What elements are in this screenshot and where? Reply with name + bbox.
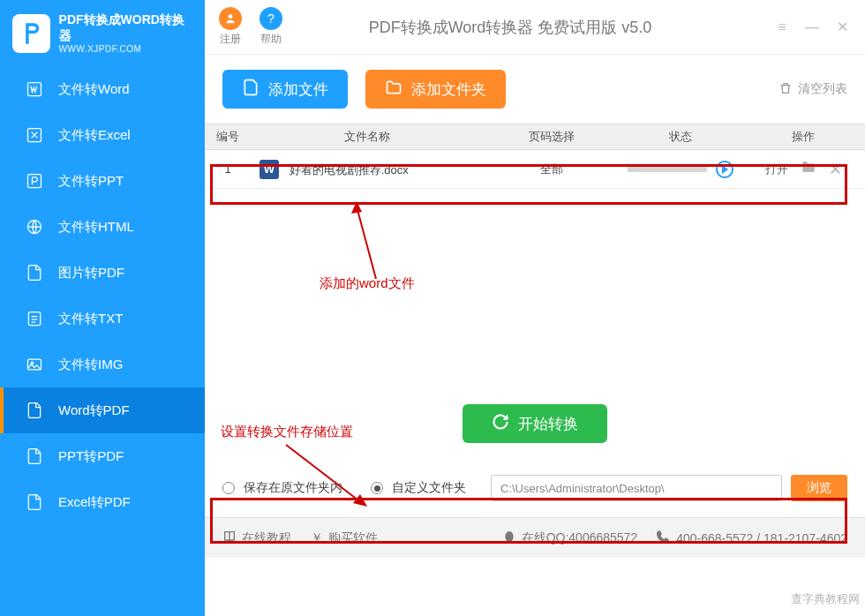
label-custom-folder: 自定义文件夹 bbox=[392, 480, 466, 496]
col-operation: 操作 bbox=[741, 129, 865, 145]
row-number: 1 bbox=[205, 162, 251, 176]
nav-label: 文件转Excel bbox=[58, 127, 131, 144]
logo-title: PDF转换成WORD转换器 bbox=[59, 12, 192, 44]
radio-same-folder[interactable] bbox=[222, 482, 235, 494]
play-icon[interactable] bbox=[716, 161, 733, 178]
nav-file-to-txt[interactable]: 文件转TXT bbox=[0, 296, 205, 342]
nav-list: 文件转Word 文件转Excel 文件转PPT 文件转HTML 图片转PDF 文… bbox=[0, 66, 205, 616]
path-input[interactable]: C:\Users\Administrator\Desktop\ bbox=[491, 475, 782, 501]
nav-file-to-html[interactable]: 文件转HTML bbox=[0, 204, 205, 250]
label-same-folder: 保存在原文件夹内 bbox=[244, 480, 342, 496]
pdf-icon bbox=[25, 401, 44, 420]
tutorial-link[interactable]: 在线教程 bbox=[222, 530, 291, 546]
pdf-icon bbox=[25, 447, 44, 466]
table-row[interactable]: 1 W 好看的电视剧推荐.docx 全部 打开 ✕ bbox=[205, 150, 865, 189]
radio-custom-folder[interactable] bbox=[371, 482, 383, 494]
table-header: 编号 文件名称 页码选择 状态 操作 bbox=[205, 124, 865, 150]
row-status bbox=[620, 161, 741, 178]
svg-rect-2 bbox=[28, 175, 41, 188]
annotation-added-word: 添加的word文件 bbox=[320, 275, 415, 292]
register-button[interactable]: 注册 bbox=[219, 7, 242, 47]
folder-open-icon[interactable] bbox=[801, 159, 816, 179]
titlebar: 注册 ? 帮助 PDF转换成Word转换器 免费试用版 v5.0 ≡ — ✕ bbox=[205, 0, 865, 55]
app-title: PDF转换成Word转换器 免费试用版 v5.0 bbox=[300, 17, 773, 38]
browse-button[interactable]: 浏览 bbox=[791, 475, 847, 501]
toolbar: 添加文件 添加文件夹 清空列表 bbox=[205, 55, 865, 124]
col-status: 状态 bbox=[620, 129, 741, 145]
minimize-icon[interactable]: — bbox=[803, 19, 821, 36]
folder-icon bbox=[385, 79, 402, 101]
logo: PDF转换成WORD转换器 WWW.XJPDF.COM bbox=[0, 0, 205, 66]
nav-file-to-ppt[interactable]: 文件转PPT bbox=[0, 158, 205, 204]
footer: 在线教程 ￥ 购买软件 在线QQ:4006685572 400-668-5572… bbox=[205, 517, 865, 558]
txt-icon bbox=[25, 309, 44, 328]
annotation-set-location: 设置转换文件存储位置 bbox=[221, 424, 353, 440]
row-pages[interactable]: 全部 bbox=[484, 162, 620, 177]
nav-word-to-pdf[interactable]: Word转PDF bbox=[0, 387, 205, 433]
svg-point-7 bbox=[229, 14, 233, 19]
remove-icon[interactable]: ✕ bbox=[829, 160, 842, 179]
logo-url: WWW.XJPDF.COM bbox=[59, 44, 192, 54]
nav-label: 文件转HTML bbox=[58, 219, 134, 236]
nav-label: 图片转PDF bbox=[58, 265, 124, 282]
row-filename: 好看的电视剧推荐.docx bbox=[290, 162, 409, 176]
excel-icon bbox=[25, 125, 44, 145]
nav-label: 文件转TXT bbox=[58, 311, 123, 327]
main-panel: 注册 ? 帮助 PDF转换成Word转换器 免费试用版 v5.0 ≡ — ✕ 添… bbox=[205, 0, 865, 616]
nav-ppt-to-pdf[interactable]: PPT转PDF bbox=[0, 433, 205, 479]
ppt-icon bbox=[25, 171, 44, 191]
col-filename: 文件名称 bbox=[251, 129, 484, 145]
user-icon bbox=[219, 7, 242, 30]
qq-contact[interactable]: 在线QQ:4006685572 bbox=[502, 530, 638, 546]
settings-icon[interactable]: ≡ bbox=[773, 19, 791, 36]
img-icon bbox=[25, 355, 44, 374]
nav-label: 文件转Word bbox=[58, 81, 130, 98]
svg-point-8 bbox=[505, 531, 513, 542]
pdf-icon bbox=[25, 263, 44, 282]
yen-icon: ￥ bbox=[311, 530, 323, 546]
word-file-icon: W bbox=[260, 160, 279, 179]
nav-file-to-excel[interactable]: 文件转Excel bbox=[0, 112, 205, 158]
html-icon bbox=[25, 217, 44, 237]
book-icon bbox=[222, 530, 237, 546]
save-options: 保存在原文件夹内 自定义文件夹 C:\Users\Administrator\D… bbox=[205, 459, 865, 517]
nav-file-to-word[interactable]: 文件转Word bbox=[0, 66, 205, 112]
open-button[interactable]: 打开 bbox=[765, 162, 788, 177]
refresh-icon bbox=[492, 413, 509, 435]
help-icon: ? bbox=[260, 7, 282, 30]
progress-bar bbox=[628, 165, 707, 172]
watermark: 查字典教程网 bbox=[791, 591, 860, 607]
trash-icon bbox=[778, 81, 793, 98]
nav-label: 文件转PPT bbox=[58, 173, 124, 190]
svg-rect-4 bbox=[28, 312, 40, 326]
col-number: 编号 bbox=[205, 129, 251, 145]
qq-icon bbox=[502, 530, 516, 546]
start-convert-button[interactable]: 开始转换 bbox=[463, 404, 607, 443]
nav-excel-to-pdf[interactable]: Excel转PDF bbox=[0, 479, 205, 525]
table-body: 1 W 好看的电视剧推荐.docx 全部 打开 ✕ bbox=[205, 150, 865, 388]
add-folder-button[interactable]: 添加文件夹 bbox=[365, 70, 506, 109]
nav-label: PPT转PDF bbox=[58, 448, 124, 465]
file-icon bbox=[242, 79, 260, 101]
help-button[interactable]: ? 帮助 bbox=[260, 7, 282, 47]
word-icon bbox=[25, 79, 44, 99]
buy-link[interactable]: ￥ 购买软件 bbox=[311, 530, 378, 546]
nav-image-to-pdf[interactable]: 图片转PDF bbox=[0, 250, 205, 296]
phone-icon bbox=[657, 530, 671, 546]
close-icon[interactable]: ✕ bbox=[833, 19, 851, 36]
nav-label: Excel转PDF bbox=[58, 494, 131, 511]
nav-file-to-img[interactable]: 文件转IMG bbox=[0, 342, 205, 387]
clear-list-button[interactable]: 清空列表 bbox=[778, 81, 847, 98]
nav-label: 文件转IMG bbox=[58, 357, 123, 373]
phone-contact[interactable]: 400-668-5572 / 181-2107-4602 bbox=[657, 530, 847, 546]
col-pages: 页码选择 bbox=[484, 129, 620, 145]
nav-label: Word转PDF bbox=[58, 402, 130, 419]
logo-icon bbox=[12, 14, 50, 53]
add-file-button[interactable]: 添加文件 bbox=[222, 70, 348, 109]
pdf-icon bbox=[25, 492, 44, 512]
sidebar: PDF转换成WORD转换器 WWW.XJPDF.COM 文件转Word 文件转E… bbox=[0, 0, 205, 616]
